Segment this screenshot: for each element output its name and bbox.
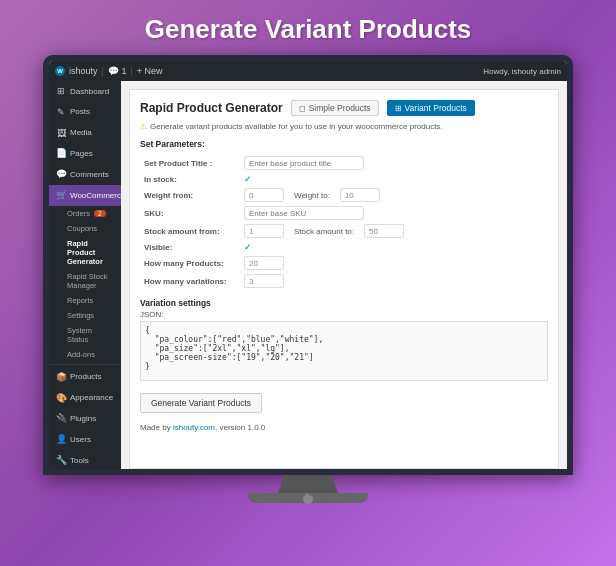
input-how-many-products[interactable] — [244, 256, 284, 270]
page-title-heading: Generate Variant Products — [145, 0, 472, 55]
sidebar-sub-settings[interactable]: Settings — [49, 308, 121, 323]
input-weight-to[interactable] — [340, 188, 380, 202]
input-how-many-variations[interactable] — [244, 274, 284, 288]
wp-main: Rapid Product Generator ◻ Simple Product… — [121, 81, 567, 469]
sidebar-sub-system-status[interactable]: System Status — [49, 323, 121, 347]
json-textarea[interactable]: { "pa_colour":["red","blue","white"], "p… — [140, 321, 548, 381]
plugins-icon: 🔌 — [55, 413, 67, 424]
sidebar-item-tools[interactable]: 🔧 Tools — [49, 450, 121, 469]
sidebar-label-comments: Comments — [70, 170, 109, 180]
topbar-new-label[interactable]: + New — [137, 66, 163, 76]
sidebar-sub-coupons[interactable]: Coupons — [49, 221, 121, 236]
form-row-sku: SKU: — [140, 204, 548, 222]
sidebar-label-products: Products — [70, 372, 102, 382]
topbar-howdy: Howdy, ishouty admin — [483, 67, 561, 76]
topbar-left: W ishouty | 💬 1 | + New — [55, 66, 477, 76]
simple-products-icon: ◻ — [299, 104, 306, 113]
sidebar-item-appearance[interactable]: 🎨 Appearance — [49, 388, 121, 409]
sidebar-label-woocommerce: WooCommerce — [70, 191, 121, 201]
label-in-stock: In stock: — [140, 172, 240, 186]
plugin-header: Rapid Product Generator ◻ Simple Product… — [140, 100, 548, 116]
generate-button[interactable]: Generate Variant Products — [140, 393, 262, 413]
warning-icon: ⚠ — [140, 122, 147, 131]
sidebar-reports-label: Reports — [67, 296, 93, 305]
sidebar-sub-rapid-stock[interactable]: Rapid StockManager — [49, 269, 121, 293]
sidebar-item-media[interactable]: 🖼 Media — [49, 123, 121, 144]
sidebar-settings-woo-label: Settings — [67, 311, 94, 320]
input-product-title[interactable] — [244, 156, 364, 170]
input-weight-from[interactable] — [244, 188, 284, 202]
sidebar-sub-add-ons[interactable]: Add-ons — [49, 347, 121, 362]
topbar-comment-icon: 💬 1 — [108, 66, 127, 76]
sidebar-rapid-product-label: Rapid ProductGenerator — [67, 239, 103, 266]
stock-amount-row: Stock amount to: — [244, 224, 544, 238]
apple-logo-icon — [301, 492, 315, 506]
made-by-link[interactable]: ishouty.com — [173, 423, 215, 432]
sidebar-item-pages[interactable]: 📄 Pages — [49, 143, 121, 164]
sidebar-sub-reports[interactable]: Reports — [49, 293, 121, 308]
users-icon: 👤 — [55, 434, 67, 445]
wp-screen: W ishouty | 💬 1 | + New Howdy, ishouty a… — [49, 61, 567, 469]
pages-icon: 📄 — [55, 148, 67, 159]
sidebar-item-dashboard[interactable]: ⊞ Dashboard — [49, 81, 121, 102]
tab-simple-label: Simple Products — [309, 103, 371, 113]
monitor-screen: W ishouty | 💬 1 | + New Howdy, ishouty a… — [43, 55, 573, 475]
products-icon: 📦 — [55, 372, 67, 383]
sidebar-sub-rapid-product[interactable]: Rapid ProductGenerator — [49, 236, 121, 269]
plugin-title: Rapid Product Generator — [140, 101, 283, 115]
sidebar-item-users[interactable]: 👤 Users — [49, 429, 121, 450]
sidebar-item-plugins[interactable]: 🔌 Plugins — [49, 408, 121, 429]
wp-content: Rapid Product Generator ◻ Simple Product… — [129, 89, 559, 469]
label-how-many-variations: How many variations: — [140, 272, 240, 290]
orders-badge: 2 — [94, 210, 106, 217]
appearance-icon: 🎨 — [55, 393, 67, 404]
monitor: W ishouty | 💬 1 | + New Howdy, ishouty a… — [43, 55, 573, 503]
sidebar-label-appearance: Appearance — [70, 393, 113, 403]
monitor-stand — [278, 475, 338, 493]
wp-body: ⊞ Dashboard ✎ Posts 🖼 Media 📄 Pages — [49, 81, 567, 469]
wp-logo-icon: W — [55, 66, 65, 76]
sidebar-coupons-label: Coupons — [67, 224, 97, 233]
monitor-base — [248, 493, 368, 503]
sidebar-item-woocommerce[interactable]: 🛒 WooCommerce — [49, 185, 121, 206]
form-row-visible: Visible: ✓ — [140, 240, 548, 254]
woocommerce-icon: 🛒 — [55, 190, 67, 201]
input-sku[interactable] — [244, 206, 364, 220]
made-by-suffix: , version 1.0.0 — [215, 423, 265, 432]
form-table: Set Product Title : In stock: ✓ — [140, 154, 548, 290]
in-stock-check: ✓ — [244, 174, 252, 184]
sidebar-sub-orders[interactable]: Orders 2 — [49, 206, 121, 221]
variant-products-icon: ⊞ — [395, 104, 402, 113]
label-sku: SKU: — [140, 204, 240, 222]
description-text: ⚠ Generate variant products available fo… — [140, 122, 548, 131]
sidebar-item-comments[interactable]: 💬 Comments — [49, 164, 121, 185]
topbar-sep1: | — [102, 66, 104, 76]
posts-icon: ✎ — [55, 107, 67, 118]
weight-row: Weight to: — [244, 188, 544, 202]
label-how-many-products: How many Products: — [140, 254, 240, 272]
topbar-site-name[interactable]: ishouty — [69, 66, 98, 76]
tab-variant-products[interactable]: ⊞ Variant Products — [387, 100, 475, 116]
tab-simple-products[interactable]: ◻ Simple Products — [291, 100, 379, 116]
input-stock-to[interactable] — [364, 224, 404, 238]
stock-to-label: Stock amount to: — [294, 227, 354, 236]
topbar-right: Howdy, ishouty admin — [483, 67, 561, 76]
form-row-in-stock: In stock: ✓ — [140, 172, 548, 186]
wp-topbar: W ishouty | 💬 1 | + New Howdy, ishouty a… — [49, 61, 567, 81]
sidebar-label-dashboard: Dashboard — [70, 87, 109, 97]
sidebar-system-status-label: System Status — [67, 326, 92, 344]
sidebar-label-plugins: Plugins — [70, 414, 96, 424]
sidebar-item-posts[interactable]: ✎ Posts — [49, 102, 121, 123]
dashboard-icon: ⊞ — [55, 86, 67, 97]
wp-sidebar: ⊞ Dashboard ✎ Posts 🖼 Media 📄 Pages — [49, 81, 121, 469]
label-product-title: Set Product Title : — [140, 154, 240, 172]
section-label: Set Parameters: — [140, 139, 548, 149]
sidebar-label-pages: Pages — [70, 149, 93, 159]
form-row-how-many-variations: How many variations: — [140, 272, 548, 290]
visible-check: ✓ — [244, 242, 252, 252]
form-row-title: Set Product Title : — [140, 154, 548, 172]
input-stock-from[interactable] — [244, 224, 284, 238]
comments-icon: 💬 — [55, 169, 67, 180]
label-visible: Visible: — [140, 240, 240, 254]
sidebar-item-products[interactable]: 📦 Products — [49, 367, 121, 388]
